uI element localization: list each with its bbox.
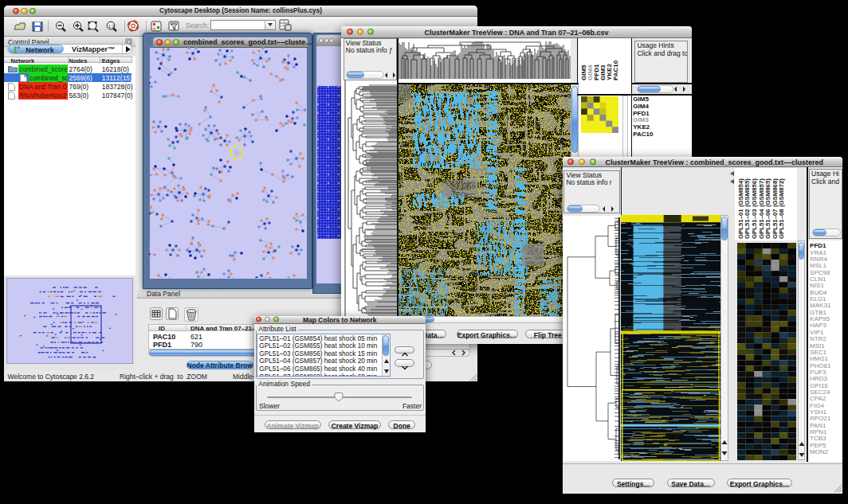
svg-text:1:1: 1:1 (108, 24, 115, 29)
